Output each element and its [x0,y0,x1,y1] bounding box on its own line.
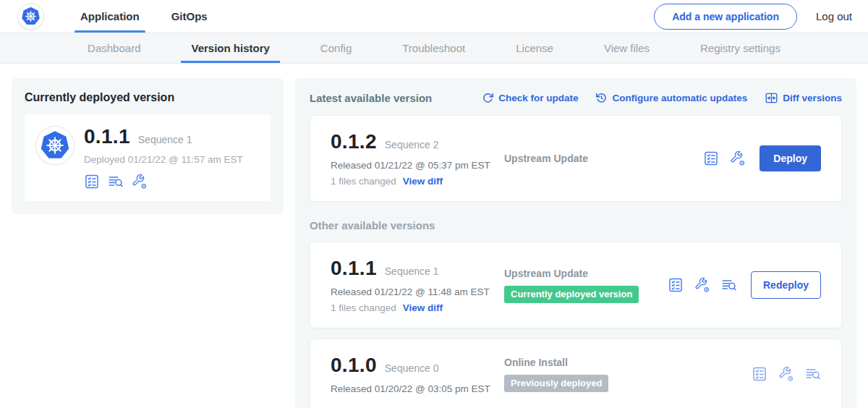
app-logo [36,127,74,164]
released-timestamp: Released 01/21/22 @ 05:37 pm EST [331,160,504,171]
subnav-tab-config[interactable]: Config [316,33,356,63]
deployed-timestamp: Deployed 01/21/22 @ 11:57 am EST [84,154,243,165]
kubernetes-logo [17,3,44,30]
latest-version-header: Latest available version Check for updat… [310,91,842,105]
subnav-tab-version-history[interactable]: Version history [187,33,273,63]
header-tabs: Application GitOps [64,0,224,33]
deploy-logs-icon[interactable] [108,174,124,190]
deploy-logs-icon[interactable] [721,277,737,293]
panel-actions: Check for update Configure automatic upd… [482,91,842,105]
subnav-tab-config-label: Config [320,42,352,54]
subnav-tab-license-label: License [516,42,553,54]
refresh-icon [482,92,494,104]
files-changed-label: 1 files changed [331,176,396,187]
subnav-tab-troubleshoot[interactable]: Troubleshoot [398,33,469,63]
check-for-update-link[interactable]: Check for update [482,92,578,104]
currently-deployed-title: Currently deployed version [25,91,271,104]
currently-deployed-panel: Currently deployed version 0.1.1 Sequenc… [12,78,284,214]
app-subnav: Dashboard Version history Config Trouble… [0,33,868,64]
currently-deployed-card: 0.1.1 Sequence 1 Deployed 01/21/22 @ 11:… [25,114,271,201]
deployed-sequence-label: Sequence 1 [138,134,192,145]
redeploy-button[interactable]: Redeploy [751,271,821,299]
configure-automatic-updates-link[interactable]: Configure automatic updates [595,92,747,104]
released-timestamp: Released 01/21/22 @ 11:48 am EST [331,286,504,297]
latest-version-title: Latest available version [310,92,432,104]
preflight-checks-icon[interactable] [84,174,100,190]
view-diff-link[interactable]: View diff [403,302,443,313]
deploy-button[interactable]: Deploy [760,145,821,171]
sequence-label: Sequence 0 [385,362,439,374]
diff-columns-icon [765,91,778,105]
tab-application-label: Application [80,10,140,22]
version-history-panel: Latest available version Check for updat… [295,78,856,408]
add-application-button[interactable]: Add a new application [654,4,797,30]
version-source-label: Upstream Update [504,153,694,164]
logout-link[interactable]: Log out [816,10,852,22]
files-changed-label: 1 files changed [331,302,396,313]
diff-versions-label: Diff versions [783,93,842,103]
preflight-checks-icon[interactable] [752,366,767,382]
subnav-tab-dashboard-label: Dashboard [88,42,140,54]
subnav-tab-version-history-label: Version history [191,42,269,54]
subnav-tab-troubleshoot-label: Troubleshoot [402,42,465,54]
released-timestamp: Released 01/20/22 @ 03:05 pm EST [331,383,504,394]
tab-gitops-label: GitOps [171,10,208,22]
header-right: Add a new application Log out [654,4,852,30]
subnav-tab-dashboard[interactable]: Dashboard [83,33,145,63]
main-content: Currently deployed version 0.1.1 Sequenc… [0,64,868,408]
subnav-tab-registry-settings-label: Registry settings [700,42,780,54]
view-diff-link[interactable]: View diff [403,176,443,187]
preflight-checks-icon[interactable] [703,150,719,166]
sequence-label: Sequence 2 [385,139,439,150]
version-row-0-1-2: 0.1.2 Sequence 2 Released 01/21/22 @ 05:… [310,115,842,202]
troubleshoot-icon[interactable] [730,150,746,166]
diff-versions-link[interactable]: Diff versions [765,91,842,105]
version-source-label: Online Install [504,357,743,368]
tab-gitops[interactable]: GitOps [156,0,224,33]
version-number: 0.1.1 [331,257,377,280]
subnav-tab-registry-settings[interactable]: Registry settings [696,33,785,63]
version-number: 0.1.0 [331,354,377,377]
troubleshoot-icon[interactable] [778,366,794,382]
version-row-0-1-0: 0.1.0 Sequence 0 Released 01/20/22 @ 03:… [310,339,842,408]
other-versions-title: Other available versions [310,219,842,231]
version-row-0-1-1: 0.1.1 Sequence 1 Released 01/21/22 @ 11:… [310,242,842,328]
currently-deployed-badge: Currently deployed version [504,286,639,303]
troubleshoot-icon[interactable] [132,174,148,190]
configure-automatic-updates-label: Configure automatic updates [612,93,747,103]
sequence-label: Sequence 1 [385,265,439,277]
version-number: 0.1.2 [331,130,377,153]
deploy-logs-icon[interactable] [805,366,821,382]
version-source-label: Upstream Update [504,268,659,279]
subnav-tab-view-files[interactable]: View files [600,33,654,63]
check-for-update-label: Check for update [498,93,578,103]
clock-refresh-icon [595,92,608,104]
subnav-tab-license[interactable]: License [511,33,558,63]
tab-application[interactable]: Application [64,0,156,33]
deployed-version-number: 0.1.1 [84,125,130,148]
subnav-tab-view-files-label: View files [604,42,650,54]
preflight-checks-icon[interactable] [668,277,684,293]
troubleshoot-icon[interactable] [694,277,710,293]
previously-deployed-badge: Previously deployed [504,375,608,392]
app-header: Application GitOps Add a new application… [0,0,868,33]
